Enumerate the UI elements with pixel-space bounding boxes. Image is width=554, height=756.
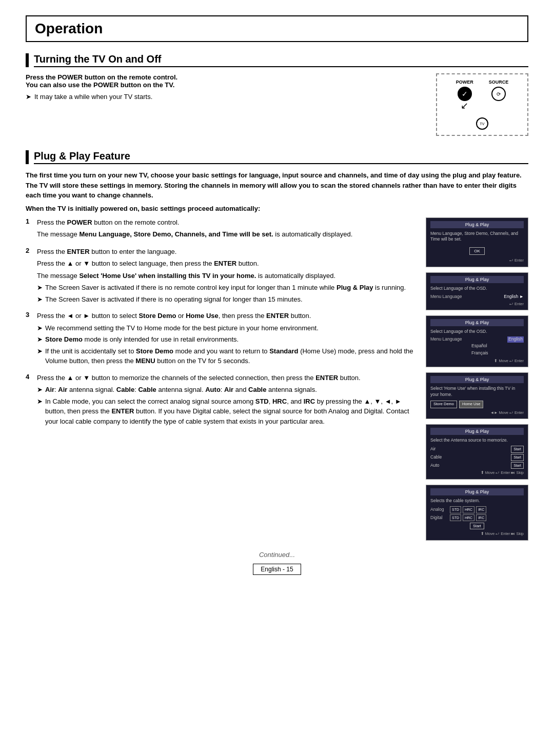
cable-digital-hrc: HRC — [463, 514, 474, 522]
step2-note1: ➤ The Screen Saver is activated if there… — [37, 283, 416, 293]
screen2-row-value: English ► — [504, 294, 524, 300]
cable-analog-hrc: HRC — [463, 506, 474, 513]
screen5-auto: Auto Start — [430, 462, 524, 469]
screen3-label: Select Language of the OSD. — [430, 329, 524, 335]
turning-text: Press the POWER button on the remote con… — [26, 73, 426, 136]
plug-intro: The first time you turn on your new TV, … — [26, 170, 528, 201]
arrow-icon-8: ➤ — [37, 396, 43, 407]
tv-button-icon: TV — [476, 117, 488, 130]
screen1-text: Menu Language, Store Demo, Channels, and… — [430, 231, 524, 243]
page-number: English - 15 — [253, 564, 301, 575]
screen4-title: Plug & Play — [430, 376, 524, 383]
arrow-icon-7: ➤ — [37, 385, 43, 395]
step3-text: Press the ◄ or ► button to select Store … — [37, 311, 416, 321]
step2-text2: Press the ▲ or ▼ button to select langua… — [37, 258, 416, 269]
screen4-footer: ◄► Move ⮐ Enter — [430, 410, 524, 416]
screen2-body: Select Language of the OSD. Menu Languag… — [430, 286, 524, 307]
arrow-down-icon: ↙ — [461, 100, 468, 111]
step4-num: 4 — [26, 373, 33, 428]
antenna-air-start: Start — [511, 446, 524, 453]
screen3-body: Select Language of the OSD. Menu Languag… — [430, 329, 524, 364]
antenna-air-label: Air — [430, 446, 436, 452]
step4-body: Press the ▲ or ▼ button to memorize the … — [37, 373, 416, 428]
cable-digital-irc: IRC — [476, 514, 486, 522]
step1-num: 1 — [26, 217, 33, 242]
arrow-icon-5: ➤ — [37, 334, 43, 345]
step3-num: 3 — [26, 311, 33, 368]
section-bar — [26, 53, 29, 67]
antenna-auto-start: Start — [511, 462, 524, 469]
screen5-air: Air Start — [430, 446, 524, 453]
section1-heading: Turning the TV On and Off — [34, 53, 528, 67]
step3-note1: ➤ We recommend setting the TV to Home mo… — [37, 323, 416, 333]
instruction-line2: You can also use the POWER button on the… — [26, 81, 174, 89]
screen1-ok-btn: OK — [469, 247, 485, 255]
turning-note-text: It may take a while when your TV starts. — [34, 93, 152, 101]
power-button-icon: ✓ — [458, 87, 472, 101]
plug-screens: Plug & Play Menu Language, Store Demo, C… — [426, 217, 528, 541]
step2-note2: ➤ The Screen Saver is activated if there… — [37, 294, 416, 305]
section2-heading: Plug & Play Feature — [34, 150, 528, 164]
screen-6: Plug & Play Selects the cable system. An… — [426, 485, 528, 541]
cable-analog-irc: IRC — [476, 506, 486, 513]
screen2-row: Menu Language English ► — [430, 294, 524, 300]
screen2-footer: ⮐ Enter — [430, 302, 524, 307]
step3-note3: ➤ If the unit is accidentally set to Sto… — [37, 346, 416, 366]
antenna-cable-label: Cable — [430, 454, 442, 461]
step1-msg: The message Menu Language, Store Demo, C… — [37, 229, 416, 240]
step2-num: 2 — [26, 247, 33, 306]
remote-top-row: POWER ✓ ↙ SOURCE ⟳ — [456, 79, 509, 111]
cable-digital-std: STD — [450, 514, 461, 522]
screen5-footer: ⬆ Move ⮐ Enter ⏭ Skip — [430, 470, 524, 476]
step4-text: Press the ▲ or ▼ button to memorize the … — [37, 373, 416, 383]
cable-analog-std: STD — [450, 506, 461, 513]
cable-analog-label: Analog — [430, 507, 448, 513]
source-group: SOURCE ⟳ — [489, 79, 509, 101]
step1-text: Press the POWER button on the remote con… — [37, 217, 416, 228]
plug-subtitle: When the TV is initially powered on, bas… — [26, 205, 528, 212]
section1-header: Turning the TV On and Off — [26, 53, 528, 67]
step4-note1: ➤ Air: Air antenna signal. Cable: Cable … — [37, 385, 416, 395]
arrow-icon-6: ➤ — [37, 346, 43, 356]
source-label: SOURCE — [489, 79, 509, 85]
screen6-footer: ⬆ Move ⮐ Enter ⏭ Skip — [430, 531, 524, 537]
step4-note2: ➤ In Cable mode, you can select the corr… — [37, 396, 416, 427]
turning-section: Press the POWER button on the remote con… — [26, 73, 528, 136]
screen6-title: Plug & Play — [430, 488, 524, 495]
screen3-title: Plug & Play — [430, 319, 524, 326]
screen5-label: Select the Antenna source to memorize. — [430, 437, 524, 444]
screen2-label: Select Language of the OSD. — [430, 286, 524, 292]
section-bar-2 — [26, 150, 29, 164]
step2-text1: Press the ENTER button to enter the lang… — [37, 247, 416, 257]
step3-note2: ➤ Store Demo mode is only intended for u… — [37, 334, 416, 345]
screen-5: Plug & Play Select the Antenna source to… — [426, 424, 528, 480]
screen5-body: Select the Antenna source to memorize. A… — [430, 437, 524, 476]
instruction-line1: Press the POWER button on the remote con… — [26, 73, 177, 81]
step1-body: Press the POWER button on the remote con… — [37, 217, 416, 242]
step-2: 2 Press the ENTER button to enter the la… — [26, 247, 416, 306]
arrow-icon-2: ➤ — [37, 283, 43, 293]
screen-1: Plug & Play Menu Language, Store Demo, C… — [426, 217, 528, 267]
plug-steps: 1 Press the POWER button on the remote c… — [26, 217, 416, 541]
page-number-box: English - 15 — [26, 564, 528, 575]
antenna-cable-start: Start — [511, 454, 524, 461]
screen4-body: Select 'Home Use' when installing this T… — [430, 386, 524, 415]
page-title-bar: Operation — [26, 15, 528, 42]
screen3-item2: Français — [430, 350, 524, 357]
screen4-home-use-btn: Home Use — [459, 401, 483, 408]
screen2-title: Plug & Play — [430, 276, 524, 283]
turning-note: ➤ It may take a while when your TV start… — [26, 93, 426, 101]
screen3-highlight: English — [507, 336, 524, 343]
screen5-title: Plug & Play — [430, 428, 524, 435]
plug-content: 1 Press the POWER button on the remote c… — [26, 217, 528, 541]
step3-body: Press the ◄ or ► button to select Store … — [37, 311, 416, 368]
arrow-icon-4: ➤ — [37, 323, 43, 333]
step-1: 1 Press the POWER button on the remote c… — [26, 217, 416, 242]
continued-text: Continued... — [26, 551, 528, 559]
step-3: 3 Press the ◄ or ► button to select Stor… — [26, 311, 416, 368]
screen3-footer: ⬆ Move ⮐ Enter — [430, 359, 524, 364]
arrow-icon-3: ➤ — [37, 294, 43, 305]
screen1-title: Plug & Play — [430, 221, 524, 228]
step2-text3: The message Select 'Home Use' when insta… — [37, 271, 416, 281]
screen6-start-btn: Start — [470, 523, 484, 529]
